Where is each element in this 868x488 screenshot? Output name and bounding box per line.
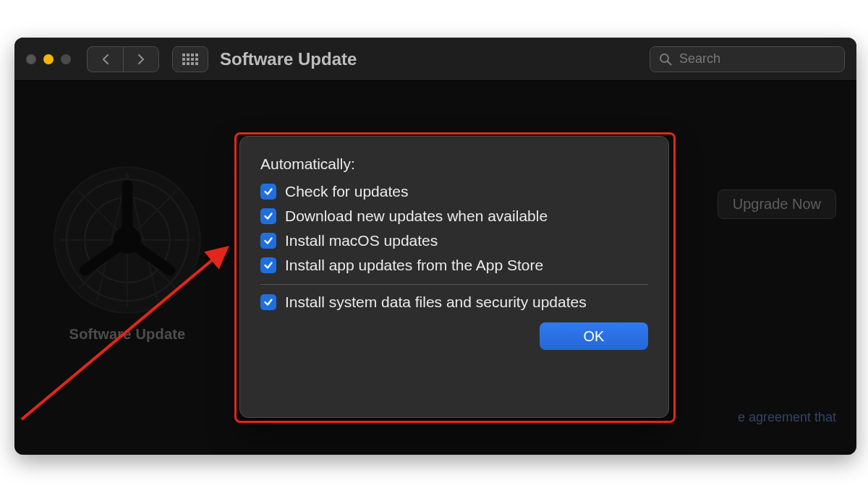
option-check-for-updates: Check for updates	[260, 183, 648, 200]
search-field[interactable]	[650, 46, 845, 72]
show-all-button[interactable]	[172, 46, 208, 72]
grid-icon	[182, 53, 198, 65]
zoom-window-button[interactable]	[61, 54, 71, 64]
checkbox-download-new-updates[interactable]	[260, 208, 276, 224]
sheet-divider	[260, 284, 648, 285]
option-label: Install app updates from the App Store	[285, 257, 543, 274]
back-button[interactable]	[87, 46, 123, 72]
forward-button[interactable]	[123, 46, 159, 72]
option-label: Install system data files and security u…	[285, 294, 587, 311]
close-window-button[interactable]	[26, 54, 36, 64]
chevron-left-icon	[101, 53, 110, 65]
checkbox-install-system-data[interactable]	[260, 294, 276, 310]
checkmark-icon	[263, 187, 273, 197]
option-label: Install macOS updates	[285, 232, 438, 249]
checkbox-check-for-updates[interactable]	[260, 184, 276, 200]
sheet-title: Automatically:	[260, 155, 648, 173]
titlebar: Software Update	[14, 38, 856, 81]
chevron-right-icon	[137, 53, 145, 65]
option-label: Download new updates when available	[285, 207, 548, 225]
checkmark-icon	[263, 211, 273, 221]
option-label: Check for updates	[285, 183, 408, 200]
window-controls	[26, 54, 71, 64]
checkmark-icon	[263, 297, 273, 307]
checkmark-icon	[263, 236, 273, 246]
option-install-macos-updates: Install macOS updates	[260, 232, 648, 249]
option-download-new-updates: Download new updates when available	[260, 207, 648, 225]
ok-button[interactable]: OK	[540, 322, 648, 350]
window-title: Software Update	[220, 49, 357, 69]
option-install-app-updates: Install app updates from the App Store	[260, 257, 648, 274]
nav-buttons	[87, 46, 159, 72]
svg-line-1	[668, 61, 671, 65]
checkbox-install-app-updates[interactable]	[260, 257, 276, 273]
checkmark-icon	[263, 260, 273, 270]
checkbox-install-macos-updates[interactable]	[260, 233, 276, 249]
search-input[interactable]	[679, 51, 847, 67]
search-icon	[659, 53, 672, 66]
minimize-window-button[interactable]	[43, 54, 54, 64]
preferences-window: Software Update	[14, 38, 856, 455]
option-install-system-data: Install system data files and security u…	[260, 294, 648, 311]
advanced-sheet: Automatically: Check for updates Downloa…	[239, 136, 669, 418]
